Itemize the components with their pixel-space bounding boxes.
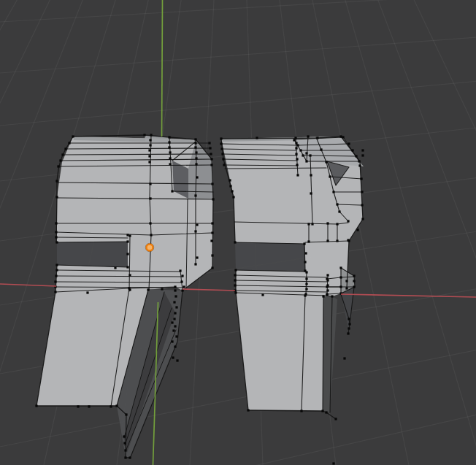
axis-x-red-line bbox=[0, 284, 56, 286]
mesh-object-right[interactable] bbox=[220, 135, 364, 464]
mesh-object-right-faces bbox=[221, 137, 364, 412]
axis-x-red-line bbox=[341, 294, 476, 297]
3d-viewport[interactable] bbox=[0, 0, 476, 465]
axis-y-green-line bbox=[162, 0, 163, 137]
mesh-object-left[interactable] bbox=[35, 134, 214, 458]
object-origin-indicator[interactable] bbox=[145, 243, 153, 251]
axis-x-red-line bbox=[183, 289, 235, 291]
viewport-canvas[interactable] bbox=[0, 0, 476, 465]
